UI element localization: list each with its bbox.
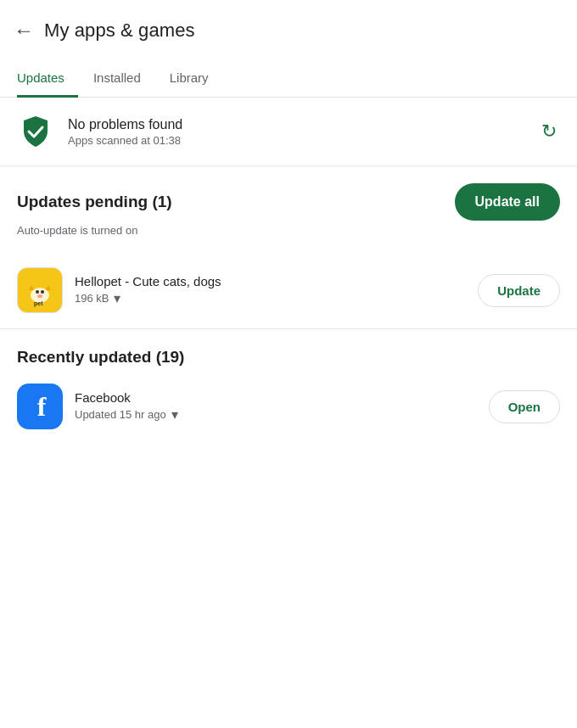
svg-point-6 <box>37 294 42 298</box>
tab-installed[interactable]: Installed <box>93 59 154 98</box>
update-all-button[interactable]: Update all <box>455 183 560 221</box>
svg-point-4 <box>36 290 39 294</box>
facebook-f-icon: f <box>37 393 47 420</box>
header: ← My apps & games <box>0 0 577 58</box>
facebook-expand-icon[interactable]: ▾ <box>171 406 178 423</box>
back-button[interactable]: ← <box>14 15 44 46</box>
hellopet-expand-icon[interactable]: ▾ <box>114 290 120 306</box>
tab-bar: Updates Installed Library <box>0 58 577 98</box>
facebook-info: Facebook Updated 15 hr ago ▾ <box>75 390 477 423</box>
tab-updates[interactable]: Updates <box>17 59 78 98</box>
back-arrow-icon: ← <box>14 19 34 42</box>
hellopet-update-button[interactable]: Update <box>478 274 560 307</box>
hellopet-info: Hellopet - Cute cats, dogs 196 kB ▾ <box>75 274 466 306</box>
facebook-open-button[interactable]: Open <box>489 390 560 423</box>
app-item-facebook: f Facebook Updated 15 hr ago ▾ Open <box>0 373 577 440</box>
updates-pending-title: Updates pending (1) <box>17 193 172 211</box>
recently-updated-section: Recently updated (19) <box>0 334 577 373</box>
updates-pending-section: Updates pending (1) Update all Auto-upda… <box>0 166 577 257</box>
page-title: My apps & games <box>44 20 195 42</box>
auto-update-label: Auto-update is turned on <box>17 224 560 237</box>
divider <box>0 328 577 329</box>
refresh-icon: ↻ <box>541 120 557 143</box>
facebook-meta: Updated 15 hr ago ▾ <box>75 406 477 423</box>
shield-icon <box>17 113 54 150</box>
tab-library[interactable]: Library <box>170 59 222 98</box>
recently-updated-title: Recently updated (19) <box>17 348 184 366</box>
hellopet-meta: 196 kB ▾ <box>75 290 466 306</box>
facebook-name: Facebook <box>75 390 477 405</box>
refresh-button[interactable]: ↻ <box>538 117 560 146</box>
hellopet-app-icon: pet <box>17 267 63 313</box>
section-header: Updates pending (1) Update all <box>17 183 560 221</box>
svg-text:pet: pet <box>34 300 43 307</box>
scan-subtitle: Apps scanned at 01:38 <box>68 134 524 147</box>
scan-status-bar: No problems found Apps scanned at 01:38 … <box>0 98 577 166</box>
hellopet-name: Hellopet - Cute cats, dogs <box>75 274 466 288</box>
app-item-hellopet: pet Hellopet - Cute cats, dogs 196 kB ▾ … <box>0 257 577 323</box>
scan-title: No problems found <box>68 117 524 132</box>
facebook-app-icon: f <box>17 384 63 429</box>
svg-point-5 <box>41 290 44 294</box>
scan-text: No problems found Apps scanned at 01:38 <box>68 117 524 147</box>
